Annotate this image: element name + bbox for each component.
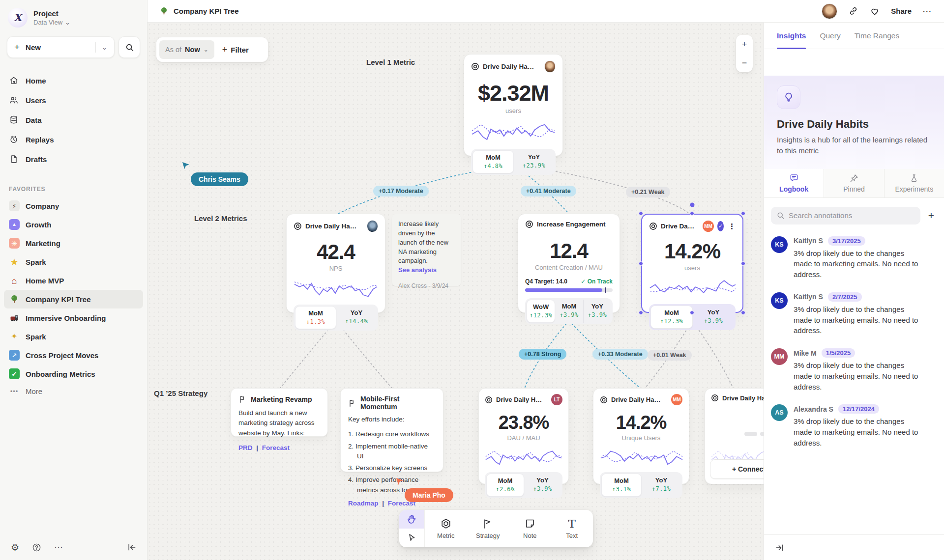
metric-card-dau-mau[interactable]: Drive Daily Habbits LT 23.8% DAU / MAU M… — [478, 388, 569, 484]
stat-yoy[interactable]: YoY ↑3.9% — [583, 300, 611, 323]
stat-wow[interactable]: WoW ↑12.3% — [527, 300, 555, 323]
stat-yoy[interactable]: YoY ↑7.1% — [642, 474, 681, 497]
stat-yoy[interactable]: YoY ↑3.9% — [524, 474, 561, 497]
sidebar-item-home-mvp[interactable]: ⌂ Home MVP — [4, 271, 143, 290]
tab-logbook[interactable]: Logbook — [764, 169, 824, 197]
sidebar-item-cross-project-moves[interactable]: ↗ Cross Project Moves — [4, 346, 143, 364]
sidebar-item-growth[interactable]: ▲ Growth — [4, 215, 143, 234]
avatar[interactable] — [822, 3, 837, 19]
stat-mom[interactable]: MoM ↓1.3% — [295, 306, 336, 329]
edge-label[interactable]: +0.33 Moderate — [592, 349, 648, 360]
logbook-entry[interactable]: KS Kaitlyn S 2/7/2025 3% drop likely due… — [771, 292, 937, 336]
edge-label[interactable]: +0.01 Weak — [648, 350, 692, 361]
ellipsis-icon[interactable]: ⋯ — [922, 5, 932, 17]
sidebar-item-company[interactable]: ⚡ Company — [4, 196, 143, 215]
add-annotation-button[interactable]: + — [925, 210, 937, 222]
entry-author: Kaitlyn S — [794, 293, 823, 301]
metric-card-selected[interactable]: Drive Daily Habb.. MM ✓ ⋮ 14.2% users Mo… — [641, 214, 743, 313]
sidebar-item-onboarding-metrics[interactable]: ✔ Onboarding Metrics — [4, 364, 143, 383]
tab-time-ranges[interactable]: Time Ranges — [855, 23, 900, 49]
stat-mom[interactable]: MoM ↑3.9% — [555, 300, 583, 323]
selection-handle[interactable] — [690, 211, 694, 216]
roadmap-link[interactable]: Roadmap — [348, 500, 379, 507]
selection-handle[interactable] — [741, 310, 745, 315]
metric-tool[interactable]: Metric — [425, 510, 467, 547]
share-button[interactable]: Share — [891, 7, 912, 15]
sidebar-item-more[interactable]: ••• More — [4, 383, 143, 399]
stat-yoy[interactable]: YoY ↑14.4% — [336, 306, 377, 329]
logbook-entry[interactable]: MM Mike M 1/5/2025 3% drop likely due to… — [771, 348, 937, 392]
metric-card-nps[interactable]: Drive Daily Habbits 42.4 NPS MoM ↓1.3% Y… — [286, 214, 385, 313]
stat-mom[interactable]: MoM ↑4.8% — [472, 150, 514, 173]
stat-mom[interactable]: MoM ↑3.1% — [601, 474, 642, 497]
sidebar-item-marketing[interactable]: ✳ Marketing — [4, 234, 143, 252]
zoom-in-button[interactable]: + — [742, 40, 747, 49]
heart-icon[interactable] — [869, 6, 880, 17]
connect-button[interactable]: + Connect — [710, 459, 764, 479]
filter-button[interactable]: + Filter — [216, 45, 255, 55]
edge-label[interactable]: +0.78 Strong — [519, 349, 566, 360]
strategy-tool[interactable]: Strategy — [467, 510, 509, 547]
prd-link[interactable]: PRD — [238, 444, 253, 451]
annotation-search[interactable] — [771, 207, 920, 224]
stat-mom[interactable]: MoM ↑12.3% — [650, 306, 693, 329]
hand-tool[interactable] — [399, 510, 424, 529]
sidebar-item-data[interactable]: Data — [0, 110, 147, 130]
metric-card-unique-users[interactable]: Drive Daily Habbits MM 14.2% Unique User… — [593, 388, 689, 484]
sidebar-item-home[interactable]: Home — [0, 71, 147, 90]
edge-label[interactable]: +0.41 Moderate — [521, 186, 576, 196]
logbook-entry[interactable]: AS Alexandra S 12/17/2024 3% drop likely… — [771, 404, 937, 448]
select-tool[interactable] — [399, 529, 424, 547]
sidebar-item-replays[interactable]: Replays — [0, 130, 147, 149]
edge-label[interactable]: +0.21 Weak — [626, 187, 670, 197]
selection-handle[interactable] — [741, 211, 745, 216]
selection-handle[interactable] — [690, 310, 694, 315]
help-icon[interactable] — [32, 543, 41, 552]
tab-query[interactable]: Query — [820, 23, 840, 49]
workspace-switcher[interactable]: X Project Data View ⌄ — [0, 0, 147, 32]
card-menu-icon[interactable]: ⋮ — [728, 222, 736, 231]
strategy-card-marketing-revamp[interactable]: Marketing Revamp Build and launch a new … — [231, 388, 328, 437]
metric-card-engagement[interactable]: Increase Engagement 12.4 Content Creatio… — [518, 214, 620, 313]
metric-unit: users — [471, 107, 556, 114]
chevron-down-icon[interactable]: ⌄ — [102, 44, 107, 51]
zoom-out-button[interactable]: − — [742, 58, 747, 67]
collapse-panel-icon[interactable] — [775, 543, 785, 553]
metric-card-root[interactable]: Drive Daily Habbits $2.32M users MoM ↑4.… — [464, 54, 563, 156]
selection-handle[interactable] — [639, 211, 643, 216]
selection-handle[interactable] — [639, 310, 643, 315]
metric-card-partial[interactable]: Drive Daily Habbits + Connect — [705, 388, 764, 484]
sidebar-item-users[interactable]: Users — [0, 90, 147, 110]
note-tool[interactable]: Note — [509, 510, 551, 547]
collapse-sidebar-icon[interactable] — [127, 542, 137, 552]
tab-experiments[interactable]: Experiments — [885, 169, 944, 197]
sidebar-item-company-kpi-tree[interactable]: Company KPI Tree — [4, 290, 143, 308]
see-analysis-link[interactable]: See analysis — [398, 266, 455, 275]
stat-yoy[interactable]: YoY ↑23.9% — [514, 150, 554, 173]
ellipsis-icon[interactable]: ⋯ — [54, 542, 63, 553]
selection-handle[interactable] — [639, 261, 643, 266]
sidebar-item-spark[interactable]: ★ Spark — [4, 252, 143, 271]
annotation-note[interactable]: Increase likely driven by the launch of … — [392, 214, 461, 286]
search-button[interactable] — [118, 36, 140, 58]
new-button[interactable]: + New ⌄ — [7, 36, 115, 58]
as-of-dropdown[interactable]: As of Now ⌄ — [159, 40, 214, 59]
tab-insights[interactable]: Insights — [777, 23, 806, 49]
logbook-entry[interactable]: KS Kaitlyn S 3/17/2025 3% drop likely du… — [771, 236, 937, 280]
sidebar-item-immersive-onboarding[interactable]: Immersive Onboarding — [4, 308, 143, 327]
workspace-view[interactable]: Data View ⌄ — [33, 19, 70, 26]
sidebar-item-drafts[interactable]: Drafts — [0, 149, 147, 169]
search-annotations-input[interactable] — [789, 211, 915, 220]
kpi-tree-canvas[interactable]: As of Now ⌄ + Filter + − Level 1 Metric … — [148, 23, 764, 560]
tab-pinned[interactable]: Pinned — [824, 169, 884, 197]
strategy-card-mobile-first[interactable]: Mobile-First Momentum Key efforts includ… — [340, 388, 443, 472]
edge-label[interactable]: +0.17 Moderate — [373, 186, 429, 196]
text-tool[interactable]: T Text — [551, 510, 593, 547]
selection-handle[interactable] — [741, 261, 745, 266]
stat-mom[interactable]: MoM ↑2.6% — [486, 474, 524, 497]
sidebar-item-spark-2[interactable]: ✦ Spark — [4, 327, 143, 346]
link-icon[interactable] — [848, 6, 858, 16]
gear-icon[interactable]: ⚙ — [11, 542, 19, 553]
stat-yoy[interactable]: YoY ↑3.9% — [693, 306, 734, 329]
forecast-link[interactable]: Forecast — [262, 444, 290, 451]
